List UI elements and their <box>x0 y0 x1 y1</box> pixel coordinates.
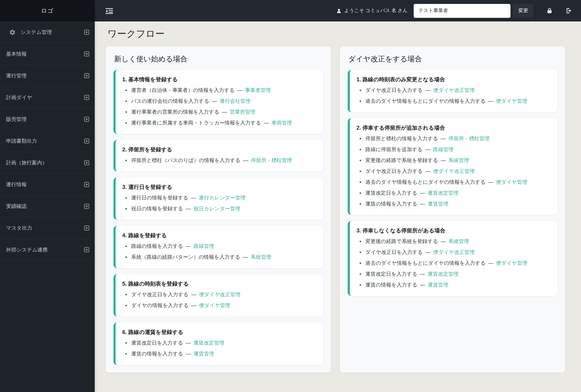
workflow-card: ダイヤ改正をする場合 1. 路線の時刻表のみ変更となる場合 •ダイヤ改正日を入力… <box>340 46 565 373</box>
logout-button[interactable] <box>566 8 572 14</box>
item-link[interactable]: 運賃管理 <box>428 282 448 288</box>
item-text: バスの運行会社の情報を入力する <box>131 98 209 104</box>
bullet-dot: • <box>359 158 361 163</box>
list-item: •運営者（自治体・事業者）の情報を入力する — 事業者管理 <box>125 85 316 96</box>
item-text: 運賃改定日を入力する <box>366 271 417 277</box>
sidebar-item-5[interactable]: 申請書類出力 <box>0 130 95 152</box>
bullet-dot: • <box>359 250 361 255</box>
sidebar-item-8[interactable]: 実績確認 <box>0 196 95 217</box>
item-text: 運賃の情報を入力する <box>131 351 183 357</box>
item-link[interactable]: 停留所・標柱管理 <box>251 157 292 163</box>
cards-row: 新しく使い始める場合 1. 基本情報を登録する •運営者（自治体・事業者）の情報… <box>95 46 581 373</box>
list-item: •ダイヤ改正日を入力する — 便ダイヤ改正管理 <box>359 166 550 177</box>
bullet-dot: • <box>125 303 127 308</box>
dash-separator: — <box>487 260 495 266</box>
workflow-section: 1. 路線の時刻表のみ変更となる場合 •ダイヤ改正日を入力する — 便ダイヤ改正… <box>348 70 557 112</box>
gear-icon <box>9 29 16 36</box>
dash-separator: — <box>262 120 270 126</box>
item-link[interactable]: 運賃管理 <box>428 201 448 207</box>
dash-separator: — <box>487 179 495 185</box>
section-list: •変更後の経路で系統を登録する — 系統管理•ダイヤ改正日を入力する — 便ダイ… <box>356 236 550 290</box>
item-text: 変更後の経路で系統を登録する <box>366 238 438 244</box>
list-item: •バスの運行会社の情報を入力する — 運行会社管理 <box>125 96 316 107</box>
item-link[interactable]: 停留所・標柱管理 <box>448 136 490 141</box>
sidebar-item-6[interactable]: 計画（旅行案内） <box>0 152 95 174</box>
plus-square-icon <box>84 204 89 209</box>
item-link[interactable]: 便ダイヤ管理 <box>496 179 527 185</box>
item-text: 運賃の情報を入力する <box>366 201 418 207</box>
workflow-card: 新しく使い始める場合 1. 基本情報を登録する •運営者（自治体・事業者）の情報… <box>106 46 331 373</box>
item-link[interactable]: 祝日カレンダー管理 <box>194 206 241 212</box>
item-link[interactable]: 便ダイヤ改正管理 <box>433 168 474 174</box>
sidebar-item-4[interactable]: 販売管理 <box>0 109 95 130</box>
sidebar-item-10[interactable]: 外部システム連携 <box>0 239 95 261</box>
change-operator-button[interactable]: 変更 <box>513 4 533 18</box>
app-logo[interactable]: ロゴ <box>0 0 95 21</box>
bullet-dot: • <box>359 136 361 141</box>
bullet-dot: • <box>359 147 361 152</box>
item-link[interactable]: 運行カレンダー管理 <box>199 195 246 201</box>
list-item: •運行事業者の営業所の情報を入力する — 営業所管理 <box>125 107 316 118</box>
item-link[interactable]: 便ダイヤ改正管理 <box>433 87 474 93</box>
lock-button[interactable] <box>547 8 552 14</box>
dash-separator: — <box>424 87 432 93</box>
item-link[interactable]: 運行会社管理 <box>220 98 251 104</box>
item-link[interactable]: 路線管理 <box>194 243 214 249</box>
sidebar-item-2[interactable]: 運行管理 <box>0 65 95 87</box>
bullet-dot: • <box>359 99 361 104</box>
item-text: 系統（路線の経路パターン）の情報を入力する <box>131 254 240 260</box>
item-link[interactable]: 運賃改定管理 <box>428 190 458 196</box>
item-link[interactable]: 運賃改定管理 <box>428 271 458 277</box>
sidebar-toggle-button[interactable] <box>106 8 113 14</box>
item-link[interactable]: 運賃管理 <box>194 351 214 357</box>
list-item: •運行日の情報を登録する — 運行カレンダー管理 <box>125 193 316 203</box>
section-list: •路線の情報を入力する — 路線管理•系統（路線の経路パターン）の情報を入力する… <box>122 241 316 263</box>
item-text: 運行事業者の営業所の情報を入力する <box>131 109 219 115</box>
sidebar-item-9[interactable]: マスタ出力 <box>0 217 95 239</box>
item-link[interactable]: 便ダイヤ管理 <box>496 260 527 266</box>
sidebar-item-0[interactable]: システム管理 <box>0 21 95 43</box>
item-link[interactable]: 便ダイヤ管理 <box>496 98 527 104</box>
item-link[interactable]: 路線管理 <box>433 147 454 152</box>
list-item: •運賃の情報を入力する — 運賃管理 <box>359 199 550 209</box>
item-link[interactable]: 便ダイヤ管理 <box>199 303 230 308</box>
item-link[interactable]: 系統管理 <box>251 254 271 260</box>
list-item: •ダイヤ改正日を入力する — 便ダイヤ改正管理 <box>359 247 550 258</box>
item-link[interactable]: 車両管理 <box>271 120 292 126</box>
workflow-section: 2. 停留所を登録する •停留所と標柱（バスのりば）の情報を入力する — 停留所… <box>113 140 323 171</box>
bullet-dot: • <box>125 195 127 200</box>
item-text: 運賃改定日を入力する <box>131 340 183 346</box>
sidebar-item-1[interactable]: 基本情報 <box>0 43 95 65</box>
section-list: •運行日の情報を登録する — 運行カレンダー管理•祝日の情報を登録する — 祝日… <box>122 193 316 214</box>
item-link[interactable]: 運賃改定管理 <box>193 340 224 346</box>
section-list: •停留所と標柱の情報を入力する — 停留所・標柱管理•路線に停留所を追加する —… <box>356 133 550 209</box>
list-item: •運賃の情報を入力する — 運賃管理 <box>125 348 316 359</box>
user-greeting: ようこそ コミュパス 名 さん <box>336 8 408 14</box>
section-heading: 3. 運行日を登録する <box>122 182 316 193</box>
dash-separator: — <box>424 147 432 152</box>
item-link[interactable]: 系統管理 <box>448 157 469 163</box>
operator-input[interactable] <box>414 4 510 18</box>
workflow-section: 1. 基本情報を登録する •運営者（自治体・事業者）の情報を入力する — 事業者… <box>113 70 323 134</box>
topbar: ようこそ コミュパス 名 さん 変更 <box>95 0 581 21</box>
item-link[interactable]: 便ダイヤ改正管理 <box>433 249 474 255</box>
list-item: •変更後の経路で系統を登録する — 系統管理 <box>359 236 550 247</box>
card-sections: 1. 路線の時刻表のみ変更となる場合 •ダイヤ改正日を入力する — 便ダイヤ改正… <box>348 70 557 296</box>
dash-separator: — <box>487 98 495 104</box>
item-link[interactable]: 系統管理 <box>448 238 469 244</box>
outdent-icon <box>106 8 113 14</box>
item-text: ダイヤ改正日を入力する <box>131 292 189 297</box>
dash-separator: — <box>184 206 192 212</box>
sidebar-item-label: システム管理 <box>21 29 84 36</box>
sidebar-item-7[interactable]: 運行情報 <box>0 174 95 196</box>
sidebar-item-label: 販売管理 <box>6 116 84 123</box>
item-link[interactable]: 便ダイヤ改正管理 <box>199 292 240 297</box>
item-text: ダイヤ改正日を入力する <box>366 249 423 255</box>
plus-square-icon <box>84 51 89 57</box>
user-icon <box>336 8 341 14</box>
item-link[interactable]: 営業所管理 <box>230 109 255 115</box>
bullet-dot: • <box>125 244 127 249</box>
item-link[interactable]: 事業者管理 <box>245 87 271 93</box>
sidebar-item-3[interactable]: 計画ダイヤ <box>0 87 95 109</box>
bullet-dot: • <box>125 340 127 345</box>
